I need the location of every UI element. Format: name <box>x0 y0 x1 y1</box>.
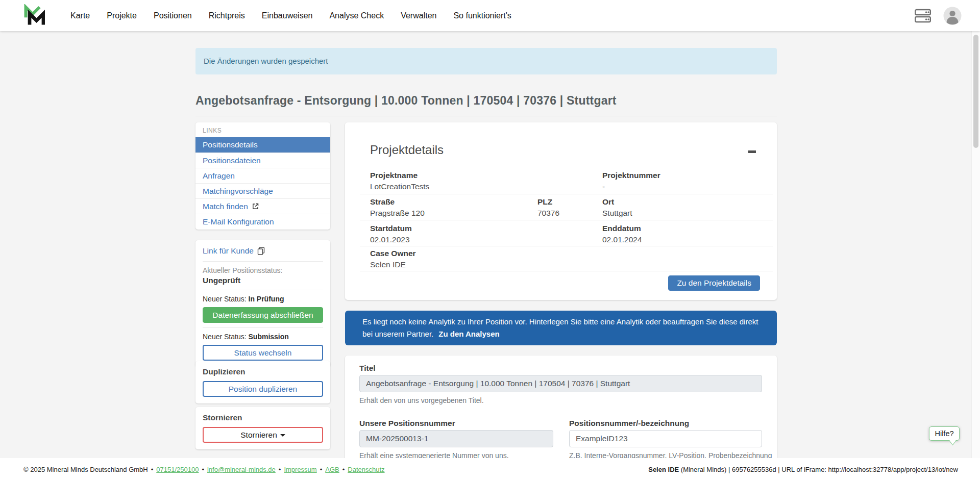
scrollbar-thumb[interactable] <box>973 35 978 148</box>
page-title: Angebotsanfrage - Entsorgung | 10.000 To… <box>195 94 777 116</box>
sidebar-item-label: Anfragen <box>203 168 235 184</box>
footer-link-datenschutz[interactable]: Datenschutz <box>348 466 384 473</box>
sidebar-item-positionsdetails[interactable]: Positionsdetails <box>195 137 330 153</box>
project-details-title: Projektdetails <box>370 143 444 157</box>
divider <box>203 261 323 262</box>
footer-link-agb[interactable]: AGB <box>325 466 339 473</box>
field-projektname: Projektname LotCreationTests <box>370 171 429 191</box>
duplicate-position-button[interactable]: Position duplizieren <box>203 381 323 397</box>
new-status-label: Neuer Status: <box>203 295 247 303</box>
navbar-right <box>915 0 962 31</box>
nav-item-richtpreis[interactable]: Richtpreis <box>209 11 245 20</box>
titel-helper: Erhält den von uns vorgegebenen Titel. <box>359 396 484 404</box>
divider <box>360 220 773 220</box>
field-strasse: Straße Pragstraße 120 <box>370 197 425 218</box>
save-success-alert: Die Änderungen wurden gespeichert <box>195 48 777 74</box>
cancel-dropdown-button[interactable]: Stornieren <box>203 427 323 443</box>
footer-separator: • <box>320 466 323 473</box>
new-status-1: Neuer Status: In Prüfung <box>203 295 323 303</box>
sidebar-item-label: E-Mail Konfiguration <box>203 214 274 230</box>
nav-item-so-funktionierts[interactable]: So funktioniert's <box>453 11 511 20</box>
current-status-value: Ungeprüft <box>203 276 323 285</box>
server-icon[interactable] <box>915 9 931 23</box>
footer-copyright: © 2025 Mineral Minds Deutschland GmbH <box>23 466 148 473</box>
sidebar-item-email-konfiguration[interactable]: E-Mail Konfiguration <box>195 214 330 229</box>
links-header: LINKS <box>195 122 330 137</box>
cancel-card: Stornieren Stornieren <box>195 407 330 449</box>
duplicate-card: Duplizieren Position duplizieren <box>195 361 330 403</box>
footer-separator: • <box>279 466 281 473</box>
top-navbar: Karte Projekte Positionen Richtpreis Ein… <box>0 0 980 31</box>
titel-label: Titel <box>359 364 376 373</box>
nav-item-analyse-check[interactable]: Analyse Check <box>329 11 384 20</box>
divider <box>203 327 323 328</box>
footer-separator: • <box>202 466 204 473</box>
footer-separator: • <box>342 466 345 473</box>
nav-item-positionen[interactable]: Positionen <box>154 11 192 20</box>
footer-session-rest: (Mineral Minds) | 69576255536d | URL of … <box>679 466 958 473</box>
status-card: Link für Kunde Aktueller Positionsstatus… <box>195 240 330 367</box>
field-case-owner: Case Owner Selen IDE <box>370 249 416 269</box>
customer-link-label: Link für Kunde <box>203 246 254 256</box>
customer-link[interactable]: Link für Kunde <box>203 245 323 257</box>
mineral-minds-logo-icon[interactable] <box>23 4 45 29</box>
nav-item-karte[interactable]: Karte <box>70 11 90 20</box>
sidebar-item-label: Match finden <box>203 199 248 214</box>
new-status-2: Neuer Status: Submission <box>203 333 323 341</box>
cancel-button-label: Stornieren <box>240 431 277 439</box>
sidebar-item-match-finden[interactable]: Match finden <box>195 198 330 214</box>
alert-text: Die Änderungen wurden gespeichert <box>204 57 328 65</box>
duplicate-heading: Duplizieren <box>203 367 323 376</box>
help-button[interactable]: Hilfe? <box>929 426 960 441</box>
footer-link-impressum[interactable]: Impressum <box>284 466 316 473</box>
caret-down-icon <box>280 434 285 437</box>
footer: © 2025 Mineral Minds Deutschland GmbH • … <box>0 458 980 481</box>
avatar[interactable] <box>943 7 962 25</box>
go-to-project-details-button[interactable]: Zu den Projektdetails <box>668 275 760 291</box>
current-status-label: Aktueller Positionsstatus: <box>203 266 323 274</box>
nav-item-einbauweisen[interactable]: Einbauweisen <box>262 11 313 20</box>
divider <box>360 271 773 271</box>
new-status-value: In Prüfung <box>249 295 284 303</box>
footer-link-phone[interactable]: 07151/250100 <box>156 466 199 473</box>
our-position-number-input <box>359 430 553 447</box>
analytics-banner-text: Es liegt noch keine Analytik zu Ihrer Po… <box>362 317 758 338</box>
field-projektnummer: Projektnummer - <box>602 171 660 191</box>
go-to-analyses-link[interactable]: Zu den Analysen <box>438 330 499 338</box>
project-details-card: Projektdetails Projektname LotCreationTe… <box>345 122 777 300</box>
field-startdatum: Startdatum 02.01.2023 <box>370 224 412 244</box>
new-status-label: Neuer Status: <box>203 333 247 341</box>
new-status-value: Submission <box>249 333 289 341</box>
field-plz: PLZ 70376 <box>537 197 559 218</box>
nav-item-verwalten[interactable]: Verwalten <box>401 11 436 20</box>
copy-icon <box>257 247 265 255</box>
sidebar-item-label: Positionsdetails <box>203 137 258 153</box>
custom-position-number-input[interactable] <box>569 430 762 447</box>
sidebar-item-label: Positionsdateien <box>203 153 261 168</box>
titel-input <box>359 375 762 392</box>
field-ort: Ort Stuttgart <box>602 197 632 218</box>
divider <box>360 194 773 194</box>
footer-left: © 2025 Mineral Minds Deutschland GmbH • … <box>23 466 385 473</box>
external-link-icon <box>252 202 259 210</box>
cancel-heading: Stornieren <box>203 413 323 422</box>
scrollbar-track[interactable] <box>971 31 980 458</box>
change-status-button[interactable]: Status wechseln <box>203 345 323 361</box>
sidebar-item-positionsdateien[interactable]: Positionsdateien <box>195 153 330 168</box>
main-navigation: Karte Projekte Positionen Richtpreis Ein… <box>70 0 511 31</box>
divider <box>203 290 323 290</box>
complete-data-entry-button[interactable]: Datenerfassung abschließen <box>203 307 323 323</box>
sidebar-item-label: Matchingvorschläge <box>203 184 273 199</box>
divider <box>360 246 773 246</box>
sidebar-item-matchingvorschlaege[interactable]: Matchingvorschläge <box>195 183 330 198</box>
footer-session-info: Selen IDE (Mineral Minds) | 69576255536d… <box>648 466 958 473</box>
our-position-number-label: Unsere Positionsnummer <box>359 419 455 428</box>
sidebar-item-anfragen[interactable]: Anfragen <box>195 168 330 183</box>
sidebar-links-card: LINKS Positionsdetails Positionsdateien … <box>195 122 330 230</box>
field-enddatum: Enddatum 02.01.2024 <box>602 224 642 244</box>
collapse-minus-icon[interactable] <box>745 147 757 156</box>
footer-user: Selen IDE <box>648 466 679 473</box>
footer-link-email[interactable]: info@mineral-minds.de <box>207 466 276 473</box>
nav-item-projekte[interactable]: Projekte <box>107 11 137 20</box>
footer-separator: • <box>151 466 154 473</box>
